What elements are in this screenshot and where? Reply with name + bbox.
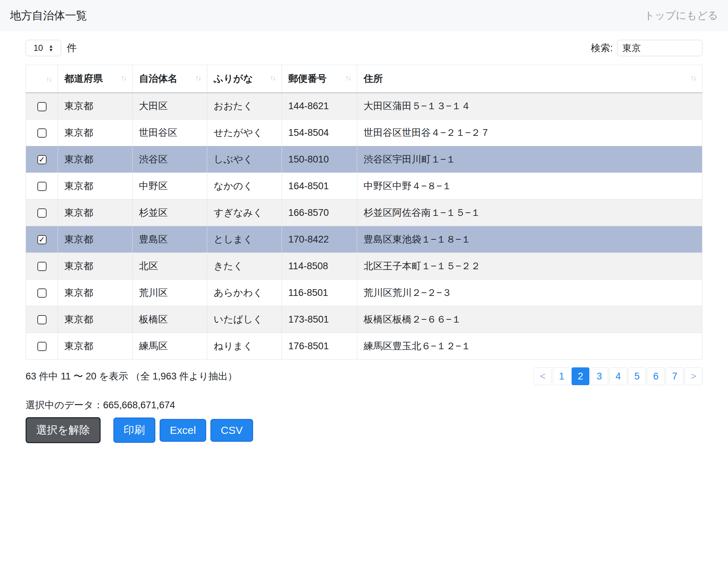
column-label: 都道府県 xyxy=(64,73,103,84)
search-control: 検索: xyxy=(591,40,702,56)
table-row[interactable]: 東京都杉並区すぎなみく166-8570杉並区阿佐谷南１−１５−１ xyxy=(26,200,702,226)
pagination-page-2[interactable]: 2 xyxy=(572,367,589,385)
cell-address: 世田谷区世田谷４−２１−２７ xyxy=(357,119,702,146)
page-length-control: 10 ▲ ▼ 件 xyxy=(26,40,77,56)
row-checkbox[interactable] xyxy=(37,102,47,111)
cell-prefecture: 東京都 xyxy=(58,146,133,173)
selected-data-info: 選択中のデータ：665,668,671,674 xyxy=(26,399,702,411)
cell-postal: 173-8501 xyxy=(282,306,357,333)
cell-postal: 116-8501 xyxy=(282,280,357,306)
cell-postal: 176-8501 xyxy=(282,333,357,360)
csv-button[interactable]: CSV xyxy=(210,419,253,442)
table-row[interactable]: 東京都世田谷区せたがやく154-8504世田谷区世田谷４−２１−２７ xyxy=(26,119,702,146)
table-row[interactable]: 東京都北区きたく114-8508北区王子本町１−１５−２２ xyxy=(26,253,702,280)
row-checkbox[interactable]: ✓ xyxy=(37,155,47,164)
main-content: 10 ▲ ▼ 件 検索: ↑↓ 都道府県 ↑↓ xyxy=(0,40,728,443)
checkbox-cell xyxy=(26,253,58,280)
excel-button[interactable]: Excel xyxy=(160,419,206,442)
checkbox-cell: ✓ xyxy=(26,146,58,173)
sort-icon: ↑↓ xyxy=(345,74,350,82)
print-button[interactable]: 印刷 xyxy=(113,418,155,443)
cell-municipality: 北区 xyxy=(133,253,207,280)
table-row[interactable]: 東京都中野区なかのく164-8501中野区中野４−８−１ xyxy=(26,173,702,200)
cell-furigana: としまく xyxy=(207,226,282,253)
cell-postal: 164-8501 xyxy=(282,173,357,200)
cell-prefecture: 東京都 xyxy=(58,119,133,146)
page-length-value: 10 xyxy=(33,43,43,53)
cell-furigana: おおたく xyxy=(207,93,282,119)
cell-postal: 166-8570 xyxy=(282,200,357,226)
column-header-select[interactable]: ↑↓ xyxy=(26,65,58,93)
cell-furigana: あらかわく xyxy=(207,280,282,306)
cell-address: 大田区蒲田５−１３−１４ xyxy=(357,93,702,119)
table-header-row: ↑↓ 都道府県 ↑↓ 自治体名 ↑↓ ふりがな ↑↓ 郵便番号 ↑↓ xyxy=(26,65,702,93)
select-stepper-icon: ▲ ▼ xyxy=(49,44,53,52)
sort-icon: ↑↓ xyxy=(690,74,696,82)
cell-prefecture: 東京都 xyxy=(58,253,133,280)
stepper-down-icon: ▼ xyxy=(49,48,53,52)
checkbox-cell xyxy=(26,93,58,119)
column-header-address[interactable]: 住所 ↑↓ xyxy=(357,65,702,93)
cell-municipality: 世田谷区 xyxy=(133,119,207,146)
cell-furigana: せたがやく xyxy=(207,119,282,146)
clear-selection-button[interactable]: 選択を解除 xyxy=(26,417,101,443)
cell-postal: 144-8621 xyxy=(282,93,357,119)
pagination-page-7[interactable]: 7 xyxy=(666,367,684,385)
table-row[interactable]: 東京都荒川区あらかわく116-8501荒川区荒川２−２−３ xyxy=(26,280,702,306)
cell-prefecture: 東京都 xyxy=(58,93,133,119)
cell-postal: 154-8504 xyxy=(282,119,357,146)
cell-prefecture: 東京都 xyxy=(58,280,133,306)
cell-postal: 150-8010 xyxy=(282,146,357,173)
column-label: ふりがな xyxy=(214,73,253,84)
row-checkbox[interactable] xyxy=(37,262,47,271)
row-checkbox[interactable] xyxy=(37,315,47,324)
back-to-top-link[interactable]: トップにもどる xyxy=(644,9,718,23)
sort-icon: ↑↓ xyxy=(121,74,126,82)
cell-address: 杉並区阿佐谷南１−１５−１ xyxy=(357,200,702,226)
pagination: <1234567> xyxy=(534,367,702,385)
table-row[interactable]: ✓東京都豊島区としまく170-8422豊島区東池袋１−１８−１ xyxy=(26,226,702,253)
column-header-postal[interactable]: 郵便番号 ↑↓ xyxy=(282,65,357,93)
page-length-select[interactable]: 10 ▲ ▼ xyxy=(26,40,61,56)
row-checkbox[interactable] xyxy=(37,182,47,191)
checkbox-cell xyxy=(26,200,58,226)
row-checkbox[interactable] xyxy=(37,342,47,351)
cell-address: 豊島区東池袋１−１８−１ xyxy=(357,226,702,253)
row-checkbox[interactable]: ✓ xyxy=(37,235,47,244)
row-checkbox[interactable] xyxy=(37,128,47,138)
length-suffix-label: 件 xyxy=(67,41,77,55)
row-checkbox[interactable] xyxy=(37,288,47,298)
row-checkbox[interactable] xyxy=(37,208,47,218)
cell-prefecture: 東京都 xyxy=(58,226,133,253)
municipality-table: ↑↓ 都道府県 ↑↓ 自治体名 ↑↓ ふりがな ↑↓ 郵便番号 ↑↓ xyxy=(26,65,702,360)
table-body: 東京都大田区おおたく144-8621大田区蒲田５−１３−１４東京都世田谷区せたが… xyxy=(26,93,702,360)
table-row[interactable]: 東京都板橋区いたばしく173-8501板橋区板橋２−６６−１ xyxy=(26,306,702,333)
cell-furigana: きたく xyxy=(207,253,282,280)
table-row[interactable]: 東京都練馬区ねりまく176-8501練馬区豊玉北６−１２−１ xyxy=(26,333,702,360)
page-title: 地方自治体一覧 xyxy=(10,8,87,23)
pagination-page-4[interactable]: 4 xyxy=(609,367,627,385)
sort-icon: ↑↓ xyxy=(270,74,275,82)
cell-municipality: 板橋区 xyxy=(133,306,207,333)
cell-address: 板橋区板橋２−６６−１ xyxy=(357,306,702,333)
table-row[interactable]: ✓東京都渋谷区しぶやく150-8010渋谷区宇田川町１−１ xyxy=(26,146,702,173)
cell-municipality: 荒川区 xyxy=(133,280,207,306)
action-buttons: 選択を解除 印刷 Excel CSV xyxy=(26,417,702,443)
search-input[interactable] xyxy=(617,40,702,56)
pagination-page-5[interactable]: 5 xyxy=(628,367,646,385)
checkbox-cell xyxy=(26,173,58,200)
pagination-page-6[interactable]: 6 xyxy=(647,367,665,385)
column-label: 自治体名 xyxy=(139,73,177,84)
pagination-page-3[interactable]: 3 xyxy=(590,367,608,385)
pagination-next[interactable]: > xyxy=(685,367,702,385)
column-header-prefecture[interactable]: 都道府県 ↑↓ xyxy=(58,65,133,93)
column-header-furigana[interactable]: ふりがな ↑↓ xyxy=(207,65,282,93)
pagination-prev[interactable]: < xyxy=(534,367,552,385)
column-header-municipality[interactable]: 自治体名 ↑↓ xyxy=(133,65,207,93)
pagination-page-1[interactable]: 1 xyxy=(553,367,571,385)
table-row[interactable]: 東京都大田区おおたく144-8621大田区蒲田５−１３−１４ xyxy=(26,93,702,119)
checkbox-cell: ✓ xyxy=(26,226,58,253)
table-controls: 10 ▲ ▼ 件 検索: xyxy=(26,40,702,56)
cell-municipality: 豊島区 xyxy=(133,226,207,253)
checkbox-cell xyxy=(26,306,58,333)
